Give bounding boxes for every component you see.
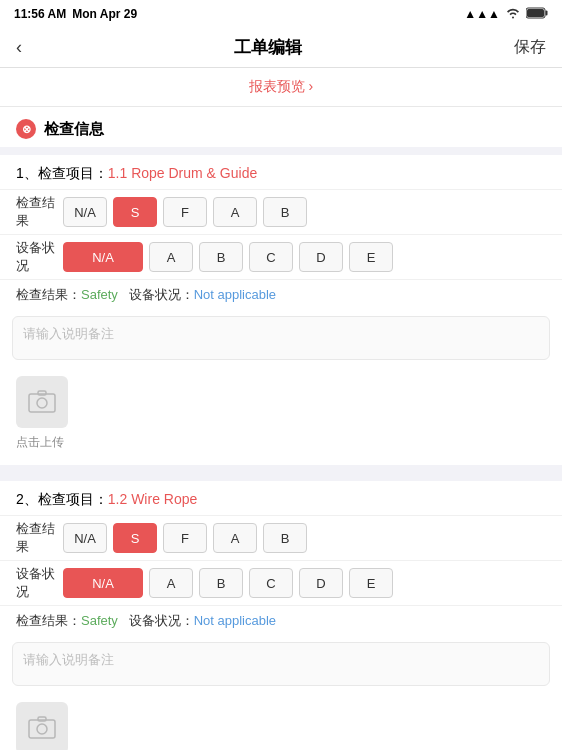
photo-upload-2[interactable]: 点击上传 [0,692,562,750]
inspection-item-1: 1、检查项目：1.1 Rope Drum & Guide检查结果N/ASFAB设… [0,155,562,465]
result-option-S-2[interactable]: S [113,523,157,553]
item-header-1: 1、检查项目：1.1 Rope Drum & Guide [0,155,562,189]
remark-input-2[interactable]: 请输入说明备注 [12,642,550,686]
status-time: 11:56 AM [14,7,66,21]
result-option-S-1[interactable]: S [113,197,157,227]
item-name-2: 1.2 Wire Rope [108,491,197,507]
back-button[interactable]: ‹ [16,37,22,58]
status-option-B-1[interactable]: B [199,242,243,272]
summary-key1-2: 检查结果： [16,613,81,628]
status-option-C-2[interactable]: C [249,568,293,598]
photo-label-1: 点击上传 [16,434,64,451]
item-name-1: 1.1 Rope Drum & Guide [108,165,257,181]
summary-key2-1: 设备状况： [129,287,194,302]
result-option-A-1[interactable]: A [213,197,257,227]
section-header: ⊗ 检查信息 [0,107,562,147]
summary-val1-2: Safety [81,613,118,628]
status-option-N/A-1[interactable]: N/A [63,242,143,272]
summary-val2-1: Not applicable [194,287,276,302]
result-option-N/A-1[interactable]: N/A [63,197,107,227]
result-row-2: 检查结果N/ASFAB [0,515,562,560]
section-title: 检查信息 [44,120,104,139]
section-icon: ⊗ [16,119,36,139]
page-title: 工单编辑 [234,36,302,59]
summary-key1-1: 检查结果： [16,287,81,302]
result-option-F-1[interactable]: F [163,197,207,227]
svg-rect-3 [29,394,55,412]
svg-rect-1 [546,10,548,15]
result-summary-2: 检查结果：Safety 设备状况：Not applicable [0,605,562,636]
signal-icon: ▲▲▲ [464,7,500,21]
status-bar: 11:56 AM Mon Apr 29 ▲▲▲ [0,0,562,28]
report-preview-bar: 报表预览 › [0,68,562,107]
status-row-1: 设备状况N/AABCDE [0,234,562,279]
status-label-1: 设备状况 [8,239,60,275]
remark-input-1[interactable]: 请输入说明备注 [12,316,550,360]
status-option-E-2[interactable]: E [349,568,393,598]
status-option-D-1[interactable]: D [299,242,343,272]
inspection-item-2: 2、检查项目：1.2 Wire Rope检查结果N/ASFAB设备状况N/AAB… [0,481,562,750]
separator-after-item-1 [0,473,562,481]
inspection-items-container: 1、检查项目：1.1 Rope Drum & Guide检查结果N/ASFAB设… [0,155,562,750]
separator-1 [0,147,562,155]
photo-thumb-1 [16,376,68,428]
svg-point-7 [37,724,47,734]
summary-key2-2: 设备状况： [129,613,194,628]
result-row-1: 检查结果N/ASFAB [0,189,562,234]
summary-val1-1: Safety [81,287,118,302]
status-option-D-2[interactable]: D [299,568,343,598]
status-option-A-1[interactable]: A [149,242,193,272]
status-option-A-2[interactable]: A [149,568,193,598]
save-button[interactable]: 保存 [514,37,546,58]
report-preview-link[interactable]: 报表预览 › [249,78,314,94]
status-option-B-2[interactable]: B [199,568,243,598]
status-row-2: 设备状况N/AABCDE [0,560,562,605]
wifi-icon [506,7,520,22]
status-option-C-1[interactable]: C [249,242,293,272]
result-option-B-1[interactable]: B [263,197,307,227]
svg-rect-5 [38,391,46,395]
item-header-2: 2、检查项目：1.2 Wire Rope [0,481,562,515]
result-option-N/A-2[interactable]: N/A [63,523,107,553]
svg-rect-8 [38,717,46,721]
result-option-A-2[interactable]: A [213,523,257,553]
result-label-1: 检查结果 [8,194,60,230]
photo-upload-1[interactable]: 点击上传 [0,366,562,465]
status-option-E-1[interactable]: E [349,242,393,272]
status-option-N/A-2[interactable]: N/A [63,568,143,598]
result-summary-1: 检查结果：Safety 设备状况：Not applicable [0,279,562,310]
status-date: Mon Apr 29 [72,7,137,21]
battery-indicator [526,7,548,22]
result-label-2: 检查结果 [8,520,60,556]
svg-rect-6 [29,720,55,738]
photo-thumb-2 [16,702,68,750]
svg-rect-2 [527,9,544,17]
summary-val2-2: Not applicable [194,613,276,628]
result-option-F-2[interactable]: F [163,523,207,553]
svg-point-4 [37,398,47,408]
status-label-2: 设备状况 [8,565,60,601]
nav-bar: ‹ 工单编辑 保存 [0,28,562,68]
result-option-B-2[interactable]: B [263,523,307,553]
